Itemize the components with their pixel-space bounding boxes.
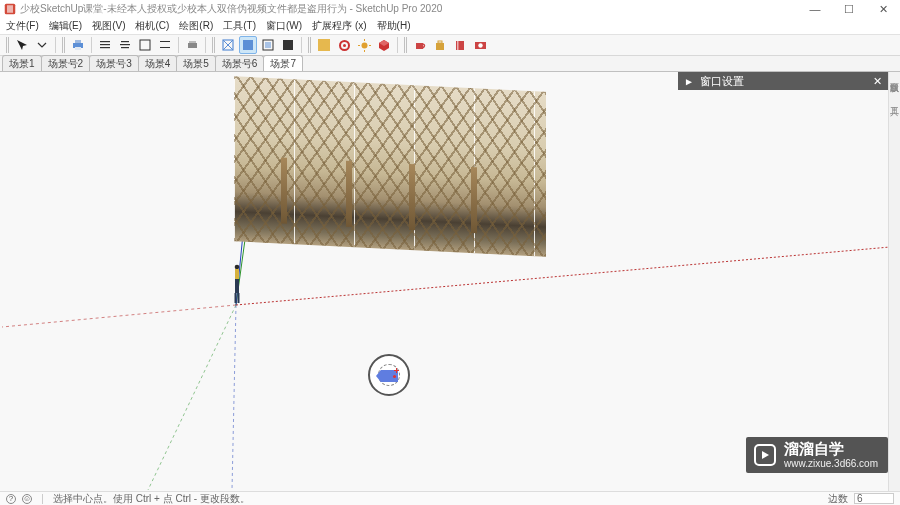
svg-rect-48 [238,293,240,303]
scene-tab[interactable]: 场景5 [176,55,216,71]
tray-close-button[interactable]: ✕ [873,75,882,88]
print-button[interactable] [69,36,87,54]
book-button[interactable] [451,36,469,54]
help-icon[interactable]: ? [6,494,16,504]
svg-point-44 [235,265,240,270]
face-style-1-button[interactable] [219,36,237,54]
style-4-button[interactable] [156,36,174,54]
right-rail: 默认面板 工具 [888,72,900,491]
toolbar-handle-icon[interactable] [404,37,407,53]
svg-rect-13 [160,47,170,48]
svg-rect-21 [265,42,271,48]
toolbar-handle-icon[interactable] [62,37,65,53]
svg-rect-22 [283,40,293,50]
close-button[interactable]: ✕ [866,0,900,18]
style-3-button[interactable] [136,36,154,54]
toolbar-separator [55,37,56,53]
svg-rect-10 [121,47,129,48]
svg-rect-9 [120,44,130,45]
svg-rect-19 [243,40,253,50]
scene-tab[interactable]: 场景号6 [215,55,265,71]
menu-view[interactable]: 视图(V) [90,19,127,33]
svg-rect-3 [75,40,81,43]
scene-tab[interactable]: 场景号3 [89,55,139,71]
window-title: 少校SketchUp课堂-未经本人授权或少校本人双倍伪视频文件都是盗用行为 - … [20,2,900,16]
svg-rect-45 [235,269,239,279]
svg-rect-35 [457,41,459,50]
svg-rect-11 [140,40,150,50]
rotate-tool-cursor [368,354,410,396]
menu-extensions[interactable]: 扩展程序 (x) [310,19,368,33]
svg-rect-1 [7,5,13,13]
menu-file[interactable]: 文件(F) [4,19,41,33]
menu-draw[interactable]: 绘图(R) [177,19,215,33]
match-photo-plane[interactable] [234,76,546,257]
toolbar-separator [397,37,398,53]
face-style-3-button[interactable] [259,36,277,54]
scene-tab[interactable]: 场景7 [263,55,303,71]
svg-rect-4 [75,47,81,50]
bag-button[interactable] [431,36,449,54]
svg-rect-23 [318,39,330,51]
gear-button[interactable] [335,36,353,54]
svg-rect-15 [189,41,196,43]
scene-tab[interactable]: 场景号2 [41,55,91,71]
toolbar-separator [178,37,179,53]
svg-rect-6 [100,44,110,45]
svg-rect-7 [100,47,110,48]
toolbar-handle-icon[interactable] [308,37,311,53]
style-2-button[interactable] [116,36,134,54]
color-swatch-button[interactable] [315,36,333,54]
cube-red-button[interactable] [375,36,393,54]
crosshair-icon [394,368,399,373]
svg-rect-8 [121,41,129,42]
title-bar: 少校SketchUp课堂-未经本人授权或少校本人双倍伪视频文件都是盗用行为 - … [0,0,900,18]
status-bar: ? ☺ 选择中心点。使用 Ctrl + 点 Ctrl - 更改段数。 边数 6 [0,491,900,505]
svg-point-25 [343,44,346,47]
scene-tab[interactable]: 场景4 [138,55,178,71]
select-tool-button[interactable] [13,36,31,54]
minimize-button[interactable]: — [798,0,832,18]
status-separator [42,494,43,504]
svg-point-26 [361,42,367,48]
expand-icon[interactable]: ► [684,76,694,87]
svg-rect-31 [416,43,423,49]
svg-line-43 [232,305,236,490]
svg-rect-5 [100,41,110,42]
dropdown-button[interactable] [33,36,51,54]
sun-button[interactable] [355,36,373,54]
cup-button[interactable] [411,36,429,54]
face-style-4-button[interactable] [279,36,297,54]
tray-title: 窗口设置 [700,74,873,89]
toolbar-handle-icon[interactable] [6,37,9,53]
main-toolbar [0,34,900,56]
svg-rect-33 [438,41,442,43]
toolbar-separator [91,37,92,53]
menu-camera[interactable]: 相机(C) [133,19,171,33]
svg-rect-32 [436,43,444,50]
svg-line-41 [2,305,236,327]
svg-rect-46 [235,279,239,293]
svg-point-37 [478,43,482,47]
menu-window[interactable]: 窗口(W) [264,19,304,33]
user-icon[interactable]: ☺ [22,494,32,504]
svg-rect-47 [235,293,237,303]
camera-button[interactable] [471,36,489,54]
scale-figure[interactable] [232,263,242,305]
face-style-2-button[interactable] [239,36,257,54]
svg-rect-14 [188,43,197,48]
measurement-input[interactable]: 6 [854,493,894,504]
menu-bar: 文件(F) 编辑(E) 视图(V) 相机(C) 绘图(R) 工具(T) 窗口(W… [0,18,900,34]
menu-edit[interactable]: 编辑(E) [47,19,84,33]
menu-help[interactable]: 帮助(H) [375,19,413,33]
menu-tools[interactable]: 工具(T) [221,19,258,33]
viewport[interactable]: ► 窗口设置 ✕ 默认面板 工具 溜溜自学 www.zixue.3d66.com [0,72,900,491]
style-1-button[interactable] [96,36,114,54]
toolbar-separator [205,37,206,53]
toolbar-handle-icon[interactable] [212,37,215,53]
tray-panel-header[interactable]: ► 窗口设置 ✕ [678,72,888,90]
scene-tab[interactable]: 场景1 [2,55,42,71]
printer-2-button[interactable] [183,36,201,54]
measurement-label: 边数 [828,492,848,506]
maximize-button[interactable]: ☐ [832,0,866,18]
